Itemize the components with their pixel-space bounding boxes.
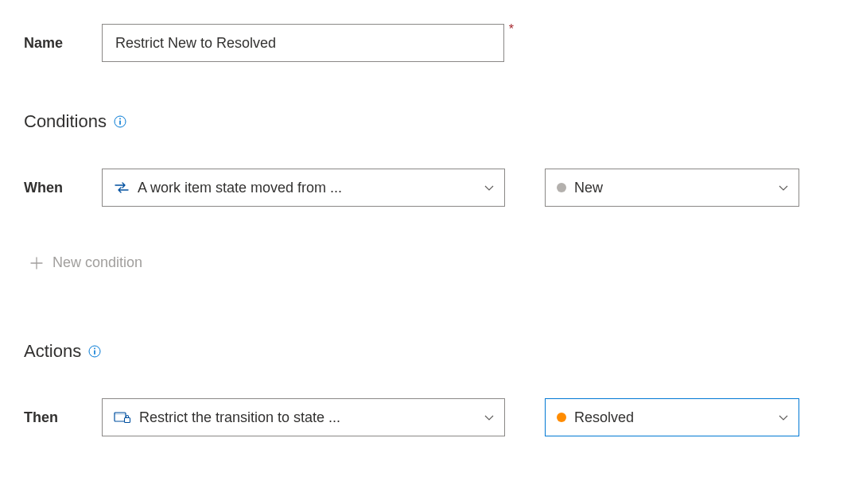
chevron-down-icon <box>778 412 789 423</box>
chevron-down-icon <box>484 412 495 423</box>
name-input[interactable] <box>102 24 504 62</box>
conditions-heading: Conditions <box>24 111 827 132</box>
svg-rect-7 <box>115 413 126 415</box>
when-row: When A work item state moved from ... Ne… <box>24 169 827 207</box>
actions-heading-text: Actions <box>24 341 81 362</box>
when-label: When <box>24 180 102 196</box>
condition-type-dropdown[interactable]: A work item state moved from ... <box>102 169 505 207</box>
svg-rect-2 <box>119 118 121 120</box>
condition-state-text: New <box>574 180 771 196</box>
actions-heading: Actions <box>24 341 827 362</box>
svg-rect-1 <box>119 121 121 125</box>
action-type-dropdown[interactable]: Restrict the transition to state ... <box>102 398 505 436</box>
name-label: Name <box>24 35 102 52</box>
info-icon[interactable] <box>87 344 102 359</box>
state-dot-new <box>557 183 566 192</box>
restrict-transition-icon <box>114 411 131 424</box>
chevron-down-icon <box>778 182 789 193</box>
required-indicator: * <box>509 22 514 37</box>
add-condition-label: New condition <box>52 254 142 271</box>
state-moved-icon <box>114 181 130 194</box>
chevron-down-icon <box>484 182 495 193</box>
condition-state-dropdown[interactable]: New <box>545 169 799 207</box>
then-label: Then <box>24 409 102 426</box>
action-state-text: Resolved <box>574 409 771 426</box>
add-condition-button[interactable]: New condition <box>24 254 827 271</box>
action-state-dropdown[interactable]: Resolved <box>545 398 799 436</box>
action-type-text: Restrict the transition to state ... <box>139 409 477 426</box>
svg-rect-5 <box>94 348 95 350</box>
svg-rect-4 <box>94 351 95 355</box>
condition-type-text: A work item state moved from ... <box>138 180 477 196</box>
svg-rect-8 <box>125 418 130 423</box>
name-input-wrap: * <box>102 24 504 62</box>
state-dot-resolved <box>557 413 566 422</box>
conditions-heading-text: Conditions <box>24 111 107 132</box>
then-row: Then Restrict the transition to state ..… <box>24 398 827 436</box>
plus-icon <box>30 257 43 269</box>
info-icon[interactable] <box>113 114 127 129</box>
name-row: Name * <box>24 24 827 62</box>
